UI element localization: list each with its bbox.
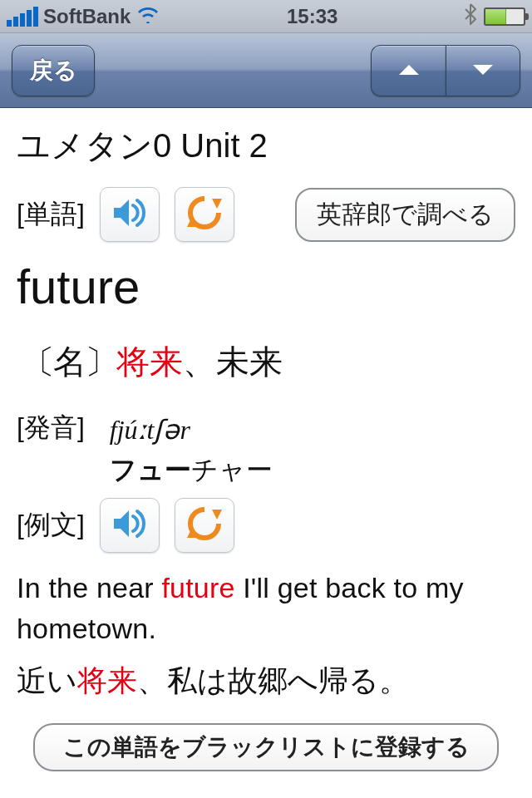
- repeat-icon: [185, 505, 224, 546]
- repeat-example-button[interactable]: [175, 498, 234, 553]
- example-jp-post: 、私は故郷へ帰る。: [137, 663, 409, 697]
- example-japanese: 近い将来、私は故郷へ帰る。: [17, 658, 515, 703]
- ipa-text: fjúːtʃər: [110, 410, 273, 450]
- section-example-label: [例文]: [17, 507, 85, 544]
- back-button[interactable]: 戻る: [12, 45, 95, 96]
- repeat-icon: [185, 194, 224, 235]
- section-pron-label: [発音]: [17, 410, 85, 446]
- signal-icon: [7, 7, 38, 27]
- page-title: ユメタン0 Unit 2: [17, 123, 515, 169]
- example-english: In the near future I'll get back to my h…: [17, 568, 515, 650]
- blacklist-button[interactable]: この単語をブラックリストに登録する: [33, 723, 499, 771]
- meaning-highlight: 将来: [116, 343, 183, 380]
- part-of-speech: 〔名〕: [22, 343, 116, 380]
- nav-bar: 戻る: [0, 33, 532, 108]
- status-time: 15:33: [160, 5, 464, 28]
- section-word-label: [単語]: [17, 196, 85, 233]
- speaker-icon: [111, 194, 149, 235]
- carrier-label: SoftBank: [43, 5, 131, 28]
- kana-rest: チャー: [191, 455, 273, 485]
- repeat-word-button[interactable]: [175, 187, 234, 242]
- prev-button[interactable]: [371, 45, 446, 96]
- meaning-line: 〔名〕将来、未来: [17, 339, 515, 385]
- bluetooth-icon: [464, 3, 477, 30]
- status-left: SoftBank: [7, 5, 160, 28]
- content: ユメタン0 Unit 2 [単語] 英辞郎で調べる future 〔名〕将来、未…: [0, 108, 532, 798]
- word-english: future: [17, 259, 515, 314]
- blacklist-button-label: この単語をブラックリストに登録する: [63, 734, 470, 760]
- chevron-up-icon: [397, 57, 421, 84]
- meaning-rest: 、未来: [183, 343, 283, 380]
- example-jp-pre: 近い: [17, 663, 77, 697]
- pronunciation-text: fjúːtʃər フューチャー: [110, 410, 273, 490]
- next-button[interactable]: [446, 45, 520, 96]
- wifi-icon: [135, 5, 160, 28]
- play-word-button[interactable]: [100, 187, 160, 242]
- play-example-button[interactable]: [100, 498, 160, 553]
- example-en-highlight: future: [161, 572, 234, 603]
- chevron-down-icon: [471, 57, 495, 84]
- pronunciation-block: [発音] fjúːtʃər フューチャー: [17, 410, 515, 490]
- example-en-pre: In the near: [17, 572, 161, 603]
- kana-accent: フュー: [110, 455, 191, 485]
- example-row: [例文]: [17, 498, 515, 553]
- dictionary-button[interactable]: 英辞郎で調べる: [295, 188, 515, 242]
- word-row: [単語] 英辞郎で調べる: [17, 187, 515, 242]
- example-jp-highlight: 将来: [77, 663, 137, 697]
- dictionary-button-label: 英辞郎で調べる: [317, 200, 494, 228]
- status-bar: SoftBank 15:33: [0, 0, 532, 33]
- battery-icon: [484, 7, 525, 26]
- speaker-icon: [111, 505, 149, 546]
- back-button-label: 戻る: [30, 55, 77, 86]
- status-right: [464, 3, 525, 30]
